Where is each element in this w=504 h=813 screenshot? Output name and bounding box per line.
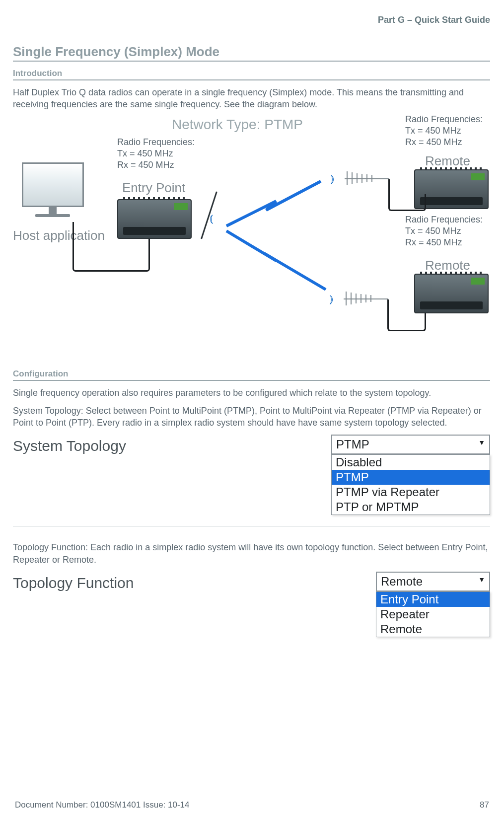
yagi-bars-icon <box>346 292 371 305</box>
option-ptp[interactable]: PTP or MPTMP <box>332 500 490 515</box>
freq-entry: Radio Frequencies: Tx = 450 MHz Rx = 450… <box>117 137 195 171</box>
config-p3: Topology Function: Each radio in a simpl… <box>13 541 490 566</box>
wave-icon: ⦅ <box>331 172 334 185</box>
system-topology-selected[interactable]: PTMP <box>331 435 490 454</box>
wave-icon: ⦅ <box>210 212 213 225</box>
page-number: 87 <box>480 800 489 810</box>
system-topology-options[interactable]: Disabled PTMP PTMP via Repeater PTP or M… <box>331 454 490 515</box>
part-header: Part G – Quick Start Guide <box>13 15 490 25</box>
config-heading: Configuration <box>13 369 490 381</box>
cable-icon <box>388 179 416 211</box>
entry-antenna-icon <box>201 191 217 239</box>
wave-icon: ⦅ <box>330 293 333 305</box>
system-topology-dropdown[interactable]: PTMP Disabled PTMP PTMP via Repeater PTP… <box>331 435 490 515</box>
option-remote[interactable]: Remote <box>376 622 490 637</box>
entry-point-label: Entry Point <box>122 180 185 196</box>
doc-number: Document Number: 0100SM1401 Issue: 10-14 <box>15 800 190 810</box>
config-p1: Single frequency operation also requires… <box>13 387 490 399</box>
cable-icon <box>72 222 117 272</box>
intro-heading: Introduction <box>13 69 490 80</box>
option-disabled[interactable]: Disabled <box>332 455 490 470</box>
option-ptmp-repeater[interactable]: PTMP via Repeater <box>332 485 490 500</box>
intro-body: Half Duplex Trio Q data radios can opera… <box>13 86 490 111</box>
option-ptmp[interactable]: PTMP <box>332 470 490 485</box>
rf-link-icon <box>221 166 341 296</box>
topology-function-selected[interactable]: Remote <box>376 572 490 591</box>
page-title: Single Frequency (Simplex) Mode <box>13 44 490 62</box>
topology-function-label: Topology Function <box>13 572 376 591</box>
topology-function-options[interactable]: Entry Point Repeater Remote <box>376 591 490 637</box>
cable-icon <box>414 313 426 331</box>
yagi-bars-icon <box>347 171 372 185</box>
freq-remote-2: Radio Frequencies: Tx = 450 MHz Rx = 450… <box>405 214 483 249</box>
entry-radio-icon <box>117 199 192 239</box>
diagram-title: Network Type: PTMP <box>172 117 303 133</box>
cable-icon <box>115 239 150 272</box>
option-entry-point[interactable]: Entry Point <box>376 592 490 607</box>
option-repeater[interactable]: Repeater <box>376 607 490 622</box>
topology-function-dropdown[interactable]: Remote Entry Point Repeater Remote <box>376 572 490 637</box>
remote-2-radio-icon <box>414 274 489 313</box>
page-footer: Document Number: 0100SM1401 Issue: 10-14… <box>15 800 489 810</box>
config-p2: System Topology: Select between Point to… <box>13 405 490 429</box>
cable-icon <box>414 194 426 211</box>
system-topology-row: System Topology PTMP Disabled PTMP PTMP … <box>13 435 490 526</box>
system-topology-label: System Topology <box>13 435 331 454</box>
remote-2-label: Remote <box>425 258 470 273</box>
remote-1-label: Remote <box>425 153 470 169</box>
cable-icon <box>387 299 416 331</box>
network-diagram: Network Type: PTMP Radio Frequencies: Tx… <box>13 117 490 365</box>
freq-remote-1: Radio Frequencies: Tx = 450 MHz Rx = 450… <box>405 114 483 148</box>
topology-function-row: Topology Function Remote Entry Point Rep… <box>13 572 490 637</box>
